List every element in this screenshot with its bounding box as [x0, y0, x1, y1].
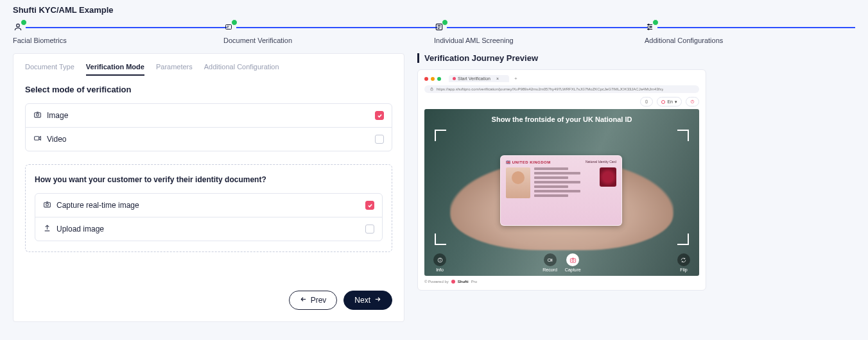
mode-option-list: Image Video [25, 103, 392, 151]
checkbox-checked[interactable] [365, 201, 374, 210]
stepper: Facial Biometrics Document Verification … [0, 19, 868, 53]
close-dot-icon [424, 77, 428, 81]
svg-point-12 [37, 114, 39, 116]
id-card-mock: 🇬🇧 UNITED KINGDOM National Identity Card [500, 155, 622, 226]
control-label: Record [542, 268, 557, 272]
upload-icon [43, 224, 51, 234]
capture-icon [566, 253, 579, 266]
svg-point-0 [17, 24, 20, 27]
step-label: Additional Configurations [645, 37, 723, 44]
maximize-dot-icon [437, 77, 441, 81]
camera-icon [33, 110, 42, 121]
step-label: Individual AML Screening [434, 37, 514, 44]
tab-document-type[interactable]: Document Type [25, 63, 74, 76]
verify-method-panel: How you want your customer to verify the… [25, 164, 392, 252]
arrow-left-icon [300, 296, 307, 305]
lock-icon [430, 87, 434, 92]
powered-by: © Powered by Shufti Pro [424, 280, 699, 284]
device-toggle [640, 97, 653, 106]
check-icon [442, 19, 448, 26]
step-line [236, 27, 437, 28]
info-icon [433, 253, 446, 266]
id-text-lines [534, 167, 596, 198]
svg-rect-13 [35, 137, 39, 140]
option-label: Upload image [56, 225, 104, 234]
record-icon [544, 253, 557, 266]
power-button [686, 97, 699, 106]
prev-button[interactable]: Prev [289, 291, 338, 310]
preview-column: Verification Journey Preview Start Verif… [417, 53, 855, 322]
check-icon [652, 19, 659, 26]
option-label: Image [47, 111, 68, 120]
close-icon: × [496, 76, 499, 81]
svg-rect-1 [226, 25, 232, 30]
svg-marker-28 [551, 259, 552, 261]
tab-verification-mode[interactable]: Verification Mode [86, 63, 144, 76]
section-heading: Select mode of verification [25, 85, 392, 94]
capture-button: Capture [565, 253, 581, 272]
id-crest-icon [600, 167, 616, 187]
tab-parameters[interactable]: Parameters [156, 63, 193, 76]
info-button: Info [433, 253, 446, 272]
step-additional-config[interactable]: Additional Configurations [645, 21, 855, 44]
tab-additional-configuration[interactable]: Additional Configuration [204, 63, 279, 76]
step-facial-biometrics[interactable]: Facial Biometrics [13, 21, 223, 44]
next-button[interactable]: Next [343, 291, 392, 310]
svg-point-30 [572, 259, 574, 261]
control-label: Flip [680, 268, 687, 272]
record-button: Record [542, 253, 557, 272]
footer-buttons: Prev Next [25, 252, 392, 310]
svg-marker-14 [39, 137, 41, 140]
corner-icon [677, 234, 689, 245]
check-icon [231, 19, 238, 26]
tab-title: Start Verification [458, 76, 490, 81]
step-line [26, 27, 227, 28]
sub-panel-heading: How you want your customer to verify the… [35, 175, 383, 184]
config-card: Document Type Verification Mode Paramete… [13, 53, 404, 322]
svg-point-16 [46, 203, 49, 206]
option-label: Video [47, 135, 66, 144]
step-line [447, 27, 648, 28]
scene-caption: Show the frontside of your UK National I… [424, 115, 699, 123]
step-line [657, 27, 855, 28]
checkbox-unchecked[interactable] [365, 225, 374, 234]
checkbox-unchecked[interactable] [375, 135, 384, 144]
button-label: Prev [311, 296, 327, 305]
tab-favicon-icon [453, 77, 456, 80]
scene-controls: Info Record Captu [424, 253, 699, 272]
corner-icon [435, 234, 446, 245]
corner-icon [677, 130, 689, 141]
verify-option-capture[interactable]: Capture real-time image [35, 194, 382, 217]
new-tab-icon: + [514, 76, 517, 81]
url-text: https://app.shuftipro.com/verification/j… [437, 87, 663, 91]
minimize-dot-icon [431, 77, 435, 81]
globe-icon [661, 100, 665, 104]
verify-option-upload[interactable]: Upload image [35, 217, 382, 241]
step-aml-screening[interactable]: Individual AML Screening [434, 21, 645, 44]
flip-button: Flip [677, 253, 690, 272]
svg-rect-20 [431, 89, 433, 90]
config-tabs: Document Type Verification Mode Paramete… [25, 63, 392, 76]
camera-icon [43, 200, 51, 210]
brand-logo-icon [451, 280, 455, 284]
step-label: Facial Biometrics [13, 37, 67, 44]
flip-icon [677, 253, 690, 266]
page-title: Shufti KYC/AML Example [0, 0, 868, 19]
mock-window-controls: Start Verification × + [424, 75, 699, 82]
video-icon [33, 134, 42, 144]
id-photo-icon [506, 167, 530, 198]
powered-brand: Shufti [458, 280, 469, 284]
powered-suffix: Pro [471, 280, 477, 284]
mode-option-image[interactable]: Image [26, 104, 392, 127]
svg-rect-21 [646, 100, 648, 103]
mode-option-video[interactable]: Video [26, 127, 392, 151]
check-icon [21, 19, 27, 26]
control-label: Capture [565, 268, 581, 272]
checkbox-checked[interactable] [375, 111, 384, 120]
browser-tab: Start Verification × [449, 75, 509, 82]
svg-rect-27 [548, 259, 551, 261]
lang-label: En [667, 99, 673, 104]
step-document-verification[interactable]: Document Verification [223, 21, 434, 44]
control-label: Info [436, 268, 444, 272]
language-selector: En ▾ [657, 97, 682, 106]
